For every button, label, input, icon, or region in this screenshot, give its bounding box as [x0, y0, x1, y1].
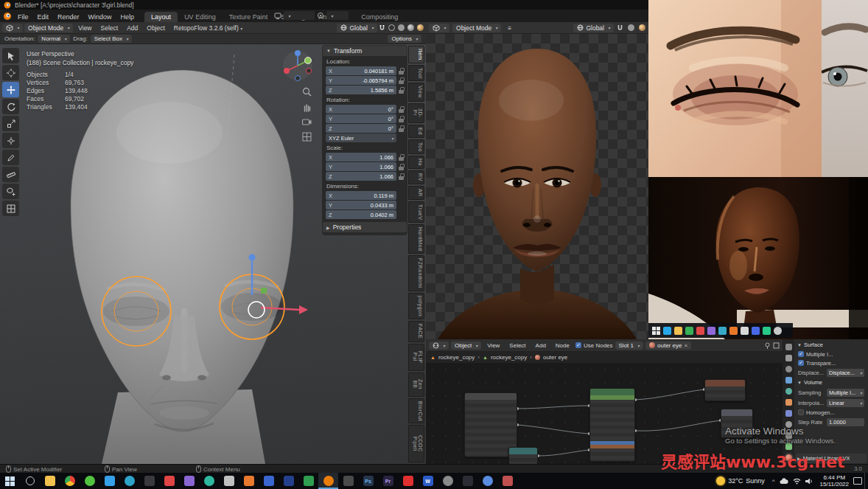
workspace-tab-compositing[interactable]: Compositing	[354, 12, 405, 22]
props-tab-output-icon[interactable]	[785, 355, 792, 361]
transform-panel-header[interactable]: ▼Transform	[323, 46, 407, 56]
solid-shading-icon[interactable]	[628, 24, 634, 31]
search-button[interactable]	[20, 473, 40, 489]
snap-magnet-icon[interactable]	[617, 24, 623, 31]
scale-tool[interactable]	[2, 116, 19, 131]
transparent-row[interactable]: ✓Transpare...	[796, 358, 867, 367]
surface-section-header[interactable]: ▼Surface	[796, 340, 867, 350]
taskbar-icon[interactable]	[458, 473, 477, 489]
shader-type-dropdown[interactable]: Object▾	[451, 341, 481, 350]
scale-z-field[interactable]: Z1.066	[326, 172, 396, 181]
menu-window[interactable]: Window	[84, 12, 116, 22]
extra-tool[interactable]	[2, 201, 19, 216]
taskbar-icon-chrome[interactable]	[60, 473, 80, 489]
taskbar-icon-premiere[interactable]: Pr	[378, 473, 398, 489]
sidebar-tab[interactable]: Too	[408, 139, 424, 155]
step-rate-field[interactable]: 1.0000	[827, 418, 864, 426]
rendered-shading-icon[interactable]	[417, 24, 424, 31]
lock-icon[interactable]	[399, 106, 404, 113]
cursor-tool[interactable]	[2, 65, 19, 80]
workspace-tab-uv-editing[interactable]: UV Editing	[178, 12, 223, 22]
mini-taskbar-icon[interactable]	[674, 327, 682, 335]
sidebar-tab[interactable]: BlorCut	[408, 398, 424, 424]
orientation-setting-dropdown[interactable]: Normal▾	[38, 35, 70, 43]
menu-help[interactable]: Help	[116, 12, 139, 22]
properties-panel-header[interactable]: ▶Properties	[323, 222, 407, 232]
mini-taskbar-icon[interactable]	[774, 327, 782, 335]
workspace-tab-texture-paint[interactable]: Texture Paint	[223, 12, 275, 22]
sidebar-tab[interactable]: FACE	[408, 321, 424, 341]
lock-icon[interactable]	[399, 116, 404, 122]
snap-magnet-icon[interactable]	[379, 24, 385, 31]
tray-expand-icon[interactable]: ^	[772, 478, 775, 485]
location-y-field[interactable]: Y-0.065794 m	[326, 76, 396, 85]
pan-hand-icon[interactable]	[302, 103, 312, 112]
taskbar-icon-file-explorer[interactable]	[40, 473, 60, 489]
measure-tool[interactable]	[2, 167, 19, 182]
menu-file[interactable]: File	[13, 12, 33, 22]
rotation-y-field[interactable]: Y0°	[326, 114, 396, 123]
taskbar-icon[interactable]	[179, 473, 199, 489]
sidebar-tab[interactable]: 3D-Pr	[408, 103, 424, 124]
props-tab-modifier-icon[interactable]	[785, 410, 792, 417]
editor-type-button[interactable]: ▾	[2, 24, 23, 32]
solid-shading-icon[interactable]	[398, 24, 405, 31]
rotation-z-field[interactable]: Z0°	[326, 124, 396, 133]
mini-taskbar-icon[interactable]	[752, 327, 760, 335]
notification-center-icon[interactable]	[853, 477, 862, 485]
rotate-tool[interactable]	[2, 99, 19, 114]
scale-y-field[interactable]: Y1.066	[326, 162, 396, 171]
taskbar-icon[interactable]	[219, 473, 239, 489]
taskbar-icon[interactable]	[199, 473, 219, 489]
shader-menu-select[interactable]: Select	[505, 341, 529, 350]
dimensions-z-field[interactable]: Z0.0402 m	[326, 210, 396, 219]
viewlayer-field[interactable]: ▾	[326, 11, 349, 20]
scale-x-field[interactable]: X1.066	[326, 153, 396, 162]
shader-node[interactable]	[704, 379, 746, 401]
select-box-tool[interactable]	[2, 48, 19, 63]
dimensions-x-field[interactable]: X0.119 m	[326, 191, 396, 200]
dimensions-y-field[interactable]: Y0.0433 m	[326, 201, 396, 209]
wifi-icon[interactable]	[793, 478, 801, 485]
viewport-canvas[interactable]: User Perspective (188) Scene Collection …	[0, 44, 426, 464]
taskbar-icon-edge[interactable]	[119, 473, 139, 489]
taskbar-icon[interactable]	[438, 473, 458, 489]
viewport-menu-add[interactable]: Add	[123, 24, 141, 32]
sidebar-tab[interactable]: CCOC Pipeli	[408, 425, 424, 462]
mode-dropdown[interactable]: Object Mode▾	[452, 24, 501, 32]
wireframe-shading-icon[interactable]	[388, 24, 395, 31]
props-tab-render-icon[interactable]	[785, 344, 792, 350]
unlink-icon[interactable]: ×	[684, 342, 687, 349]
mini-taskbar-icon[interactable]	[707, 327, 715, 335]
lock-icon[interactable]	[399, 87, 404, 94]
rotation-mode-dropdown[interactable]: XYZ Euler▾	[326, 133, 396, 142]
props-tab-object-icon[interactable]	[785, 399, 792, 406]
props-tab-scene-icon[interactable]	[785, 377, 792, 384]
shader-node[interactable]	[508, 447, 538, 464]
taskbar-icon[interactable]	[159, 473, 179, 489]
mini-taskbar-icon[interactable]	[763, 327, 771, 335]
checkbox-unchecked[interactable]	[798, 409, 804, 415]
annotate-tool[interactable]	[2, 150, 19, 165]
mini-taskbar-icon[interactable]	[729, 327, 738, 335]
taskbar-icon[interactable]	[338, 473, 358, 489]
breadcrumb-material[interactable]: outer eye	[543, 354, 567, 361]
props-tab-viewlayer-icon[interactable]	[785, 366, 792, 372]
location-z-field[interactable]: Z1.5856 m	[326, 86, 396, 94]
viewport-menu-view[interactable]: View	[74, 24, 95, 32]
sidebar-tab[interactable]: AR	[408, 186, 424, 200]
ortho-grid-icon[interactable]	[302, 132, 312, 142]
mini-taskbar-icon[interactable]	[663, 327, 671, 335]
rendered-shading-icon[interactable]	[639, 24, 645, 31]
sampling-dropdown[interactable]: Multiple I...▾	[827, 389, 864, 397]
shader-node-group[interactable]	[589, 388, 635, 462]
multiple-importance-row[interactable]: ✓Multiple I...	[796, 350, 867, 358]
volume-section-header[interactable]: ▼Volume	[796, 378, 867, 387]
taskbar-icon[interactable]	[239, 473, 259, 489]
viewport-menu-object[interactable]: Object	[143, 24, 169, 32]
use-nodes-checkbox[interactable]: ✓	[575, 342, 581, 348]
material-selector[interactable]: outer eye×	[645, 341, 691, 350]
shader-menu-node[interactable]: Node	[552, 341, 573, 350]
scene-field[interactable]: ▾	[284, 11, 315, 20]
options-button[interactable]: Options▾	[388, 35, 421, 43]
